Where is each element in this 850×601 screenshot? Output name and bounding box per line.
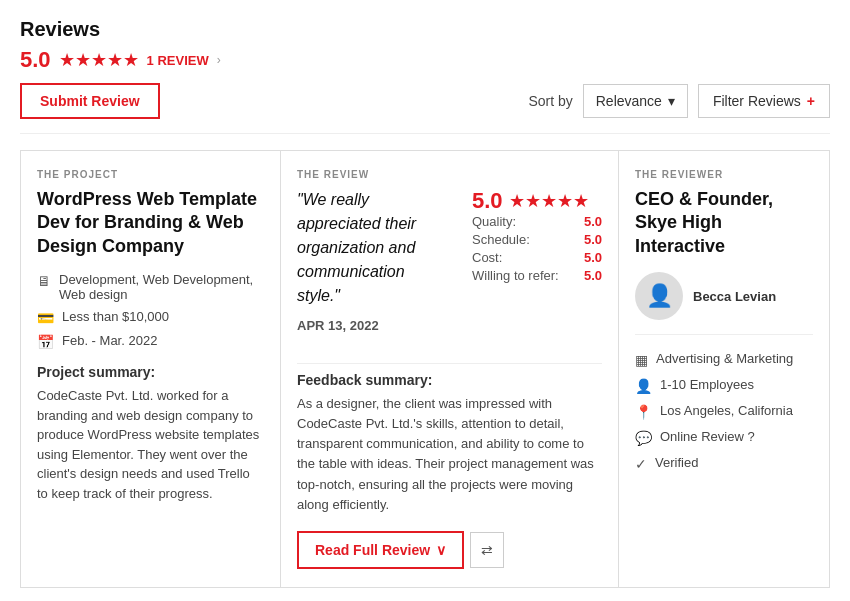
refer-label: Willing to refer: <box>472 268 559 283</box>
toolbar: Submit Review Sort by Relevance ▾ Filter… <box>20 83 830 134</box>
read-full-label: Read Full Review <box>315 542 430 558</box>
review-section-label: THE REVIEW <box>297 169 602 180</box>
review-text-area: "We really appreciated their organizatio… <box>297 188 452 349</box>
reviewer-industry: Advertising & Marketing <box>656 351 793 366</box>
scores-area: 5.0 ★★★★★ Quality: 5.0 Schedule: 5.0 <box>472 188 602 349</box>
reviews-page: Reviews 5.0 ★★★★★ 1 REVIEW › Submit Revi… <box>0 0 850 601</box>
content-grid: THE PROJECT WordPress Web Template Dev f… <box>20 150 830 588</box>
budget-icon: 💳 <box>37 310 54 326</box>
review-actions: Read Full Review ∨ ⇄ <box>297 531 602 569</box>
review-top: "We really appreciated their organizatio… <box>297 188 602 364</box>
project-dates: Feb. - Mar. 2022 <box>62 333 157 348</box>
filter-plus-icon: + <box>807 93 815 109</box>
review-stars: ★★★★★ <box>509 190 589 212</box>
list-item: 💳 Less than $10,000 <box>37 309 264 326</box>
list-item: ✓ Verified <box>635 455 813 472</box>
monitor-icon: 🖥 <box>37 273 51 289</box>
project-budget: Less than $10,000 <box>62 309 169 324</box>
reviewer-person-name: Becca Levian <box>693 289 776 304</box>
submit-review-button[interactable]: Submit Review <box>20 83 160 119</box>
list-item: 💬 Online Review ? <box>635 429 813 446</box>
chevron-right-icon: › <box>217 53 221 67</box>
location-icon: 📍 <box>635 404 652 420</box>
reviews-meta: 5.0 ★★★★★ 1 REVIEW › <box>20 47 830 73</box>
avatar: 👤 <box>635 272 683 320</box>
list-item: ▦ Advertising & Marketing <box>635 351 813 368</box>
share-button[interactable]: ⇄ <box>470 532 504 568</box>
reviewer-location: Los Angeles, California <box>660 403 793 418</box>
project-section-label: THE PROJECT <box>37 169 264 180</box>
reviewer-column: THE REVIEWER CEO & Founder, Skye High In… <box>619 151 829 587</box>
score-row: Willing to refer: 5.0 <box>472 268 602 283</box>
project-services: Development, Web Development, Web design <box>59 272 264 302</box>
employees-icon: 👤 <box>635 378 652 394</box>
list-item: 📅 Feb. - Mar. 2022 <box>37 333 264 350</box>
scores-table: Quality: 5.0 Schedule: 5.0 Cost: 5.0 W <box>472 214 602 283</box>
reviewer-details-list: ▦ Advertising & Marketing 👤 1-10 Employe… <box>635 351 813 472</box>
project-column: THE PROJECT WordPress Web Template Dev f… <box>21 151 281 587</box>
calendar-icon: 📅 <box>37 334 54 350</box>
overall-rating: 5.0 <box>20 47 51 73</box>
reviews-title: Reviews <box>20 18 830 41</box>
reviewer-title: CEO & Founder, Skye High Interactive <box>635 188 813 258</box>
quality-label: Quality: <box>472 214 516 229</box>
review-rating: 5.0 <box>472 188 503 214</box>
review-count[interactable]: 1 REVIEW <box>147 53 209 68</box>
chevron-down-icon: ▾ <box>668 93 675 109</box>
review-date: APR 13, 2022 <box>297 318 452 333</box>
refer-value: 5.0 <box>572 268 602 283</box>
chevron-down-icon: ∨ <box>436 542 446 558</box>
project-summary-text: CodeCaste Pvt. Ltd. worked for a brandin… <box>37 386 264 503</box>
project-summary-label: Project summary: <box>37 364 264 380</box>
cost-value: 5.0 <box>572 250 602 265</box>
reviewer-review-type: Online Review ? <box>660 429 755 444</box>
review-type-icon: 💬 <box>635 430 652 446</box>
sort-by-label: Sort by <box>528 93 572 109</box>
list-item: 🖥 Development, Web Development, Web desi… <box>37 272 264 302</box>
reviewer-section-label: THE REVIEWER <box>635 169 813 180</box>
avatar-section: 👤 Becca Levian <box>635 272 813 335</box>
list-item: 👤 1-10 Employees <box>635 377 813 394</box>
reviews-header: Reviews 5.0 ★★★★★ 1 REVIEW › <box>20 18 830 73</box>
quality-value: 5.0 <box>572 214 602 229</box>
review-quote: "We really appreciated their organizatio… <box>297 188 452 308</box>
sort-select[interactable]: Relevance ▾ <box>583 84 688 118</box>
feedback-label: Feedback summary: <box>297 372 602 388</box>
verified-icon: ✓ <box>635 456 647 472</box>
rating-row: 5.0 ★★★★★ <box>472 188 602 214</box>
reviewer-employees: 1-10 Employees <box>660 377 754 392</box>
review-column: THE REVIEW "We really appreciated their … <box>281 151 619 587</box>
reviewer-verified: Verified <box>655 455 698 470</box>
score-row: Schedule: 5.0 <box>472 232 602 247</box>
filter-reviews-button[interactable]: Filter Reviews + <box>698 84 830 118</box>
feedback-text: As a designer, the client was impressed … <box>297 394 602 515</box>
read-full-review-button[interactable]: Read Full Review ∨ <box>297 531 464 569</box>
avatar-icon: 👤 <box>646 283 673 309</box>
filter-label: Filter Reviews <box>713 93 801 109</box>
share-icon: ⇄ <box>481 542 493 558</box>
project-title: WordPress Web Template Dev for Branding … <box>37 188 264 258</box>
list-item: 📍 Los Angeles, California <box>635 403 813 420</box>
score-row: Cost: 5.0 <box>472 250 602 265</box>
industry-icon: ▦ <box>635 352 648 368</box>
score-row: Quality: 5.0 <box>472 214 602 229</box>
schedule-label: Schedule: <box>472 232 530 247</box>
project-meta-list: 🖥 Development, Web Development, Web desi… <box>37 272 264 350</box>
sort-value: Relevance <box>596 93 662 109</box>
schedule-value: 5.0 <box>572 232 602 247</box>
cost-label: Cost: <box>472 250 502 265</box>
overall-stars: ★★★★★ <box>59 49 139 71</box>
